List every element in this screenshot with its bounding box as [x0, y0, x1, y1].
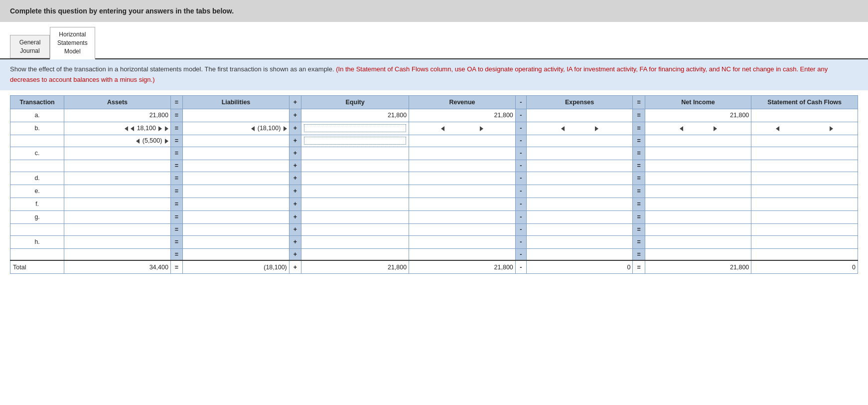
- net-income-b[interactable]: [645, 122, 751, 135]
- equity-d[interactable]: [301, 172, 409, 185]
- revenue-d[interactable]: [409, 172, 516, 185]
- expenses-e[interactable]: [526, 185, 633, 198]
- expenses-h[interactable]: [526, 235, 633, 248]
- cash-flows-input-b[interactable]: [782, 125, 827, 132]
- cash-flows-input-h2[interactable]: [754, 251, 855, 258]
- cash-flows-b2[interactable]: [751, 135, 858, 147]
- cash-flows-input-f[interactable]: [754, 201, 855, 207]
- expenses-input-g2[interactable]: [529, 226, 630, 233]
- assets-b[interactable]: 18,100: [64, 122, 171, 135]
- assets-input-c2[interactable]: [67, 162, 168, 169]
- net-income-input-g2[interactable]: [648, 226, 749, 233]
- assets-input-h[interactable]: [67, 238, 168, 245]
- liab-input-h[interactable]: [185, 238, 287, 245]
- revenue-input-h[interactable]: [412, 238, 513, 245]
- equity-b[interactable]: [301, 122, 409, 135]
- assets-input-g2[interactable]: [67, 226, 168, 233]
- expenses-input-b[interactable]: [567, 125, 592, 132]
- expenses-g[interactable]: [526, 210, 633, 223]
- revenue-input-c2[interactable]: [412, 162, 513, 169]
- liab-input-c2[interactable]: [185, 162, 287, 169]
- equity-input-g2[interactable]: [304, 226, 406, 233]
- assets-input-d[interactable]: [67, 175, 168, 182]
- equity-g2[interactable]: [301, 223, 409, 235]
- equity-input-b2[interactable]: [304, 137, 406, 145]
- liab-input-h2[interactable]: [185, 251, 287, 258]
- cash-flows-e[interactable]: [751, 185, 858, 198]
- liab-b2[interactable]: [183, 135, 289, 147]
- revenue-b[interactable]: [409, 122, 516, 135]
- cash-flows-input-a[interactable]: [754, 112, 855, 119]
- equity-e[interactable]: [301, 185, 409, 198]
- net-income-input-c2[interactable]: [648, 162, 749, 169]
- net-income-input-g[interactable]: [648, 213, 749, 220]
- assets-input-e[interactable]: [67, 188, 168, 195]
- tab-horizontal-model[interactable]: HorizontalStatementsModel: [50, 27, 95, 59]
- expenses-input-e[interactable]: [529, 188, 630, 195]
- liab-e[interactable]: [183, 185, 289, 198]
- expenses-h2[interactable]: [526, 248, 633, 260]
- net-income-g2[interactable]: [645, 223, 751, 235]
- liab-h2[interactable]: [183, 248, 289, 260]
- cash-flows-a[interactable]: [751, 109, 858, 122]
- equity-input-h2[interactable]: [304, 251, 406, 258]
- revenue-g2[interactable]: [409, 223, 516, 235]
- equity-input-h[interactable]: [304, 238, 406, 245]
- revenue-c[interactable]: [409, 147, 516, 160]
- liab-input-a[interactable]: [185, 112, 287, 119]
- cash-flows-input-e[interactable]: [754, 188, 855, 195]
- equity-input-f[interactable]: [304, 201, 406, 207]
- revenue-e[interactable]: [409, 185, 516, 198]
- equity-input-c[interactable]: [304, 150, 406, 157]
- equity-c2[interactable]: [301, 160, 409, 172]
- liab-input-d[interactable]: [185, 175, 287, 182]
- equity-c[interactable]: [301, 147, 409, 160]
- expenses-input-a[interactable]: [529, 112, 630, 119]
- assets-input-f[interactable]: [67, 201, 168, 207]
- equity-b2[interactable]: [301, 135, 409, 147]
- revenue-h2[interactable]: [409, 248, 516, 260]
- net-income-input-b2[interactable]: [648, 137, 749, 144]
- revenue-input-b[interactable]: [447, 125, 477, 132]
- expenses-a[interactable]: [526, 109, 633, 122]
- expenses-input-f[interactable]: [529, 201, 630, 207]
- assets-c2[interactable]: [64, 160, 171, 172]
- assets-e[interactable]: [64, 185, 171, 198]
- revenue-c2[interactable]: [409, 160, 516, 172]
- equity-f[interactable]: [301, 198, 409, 210]
- equity-input-d[interactable]: [304, 175, 406, 182]
- equity-input-b[interactable]: [304, 124, 406, 132]
- net-income-input-d[interactable]: [648, 175, 749, 182]
- cash-flows-h[interactable]: [751, 235, 858, 248]
- cash-flows-input-g2[interactable]: [754, 226, 855, 233]
- cash-flows-input-b2[interactable]: [754, 137, 855, 144]
- net-income-input-b[interactable]: [686, 125, 711, 132]
- cash-flows-h2[interactable]: [751, 248, 858, 260]
- liab-c[interactable]: [183, 147, 289, 160]
- revenue-h[interactable]: [409, 235, 516, 248]
- cash-flows-d[interactable]: [751, 172, 858, 185]
- expenses-input-c[interactable]: [529, 150, 630, 157]
- revenue-g[interactable]: [409, 210, 516, 223]
- expenses-g2[interactable]: [526, 223, 633, 235]
- liab-g2[interactable]: [183, 223, 289, 235]
- revenue-input-c[interactable]: [412, 150, 513, 157]
- assets-d[interactable]: [64, 172, 171, 185]
- liab-input-e[interactable]: [185, 188, 287, 195]
- net-income-d[interactable]: [645, 172, 751, 185]
- net-income-input-e[interactable]: [648, 188, 749, 195]
- revenue-input-h2[interactable]: [412, 251, 513, 258]
- liab-d[interactable]: [183, 172, 289, 185]
- net-income-h[interactable]: [645, 235, 751, 248]
- expenses-input-g[interactable]: [529, 213, 630, 220]
- assets-c[interactable]: [64, 147, 171, 160]
- liab-h[interactable]: [183, 235, 289, 248]
- net-income-input-c[interactable]: [648, 150, 749, 157]
- net-income-c2[interactable]: [645, 160, 751, 172]
- assets-g2[interactable]: [64, 223, 171, 235]
- cash-flows-f[interactable]: [751, 198, 858, 210]
- net-income-b2[interactable]: [645, 135, 751, 147]
- net-income-e[interactable]: [645, 185, 751, 198]
- expenses-input-b2[interactable]: [529, 137, 630, 144]
- liab-g[interactable]: [183, 210, 289, 223]
